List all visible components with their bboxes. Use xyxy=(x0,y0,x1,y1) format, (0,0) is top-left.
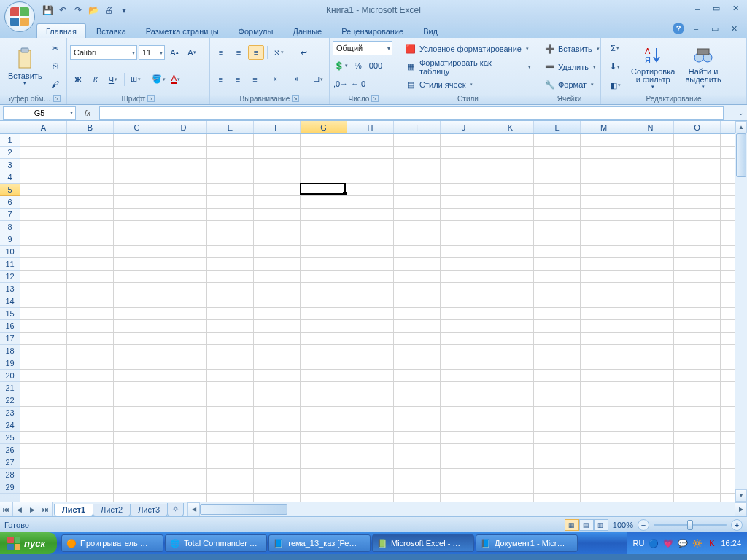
grow-font-button[interactable]: A▴ xyxy=(166,45,182,60)
scroll-up-button[interactable]: ▲ xyxy=(735,121,747,133)
sheet-nav-next[interactable]: ▶ xyxy=(26,502,39,516)
column-header-N[interactable]: N xyxy=(627,121,674,133)
vscroll-thumb[interactable] xyxy=(736,133,746,177)
active-cell[interactable] xyxy=(300,183,346,195)
column-header-F[interactable]: F xyxy=(254,121,301,133)
wrap-text-button[interactable]: ↩ xyxy=(295,45,311,60)
increase-indent-button[interactable]: ⇥ xyxy=(286,72,301,87)
row-header-10[interactable]: 10 xyxy=(0,246,20,258)
minimize-button[interactable]: – xyxy=(690,3,705,14)
row-header-27[interactable]: 27 xyxy=(0,456,20,469)
row-header-14[interactable]: 14 xyxy=(0,295,20,308)
view-normal-button[interactable]: ▦ xyxy=(565,519,579,531)
font-color-button[interactable]: A xyxy=(168,72,184,87)
help-button[interactable]: ? xyxy=(673,23,684,34)
percent-button[interactable]: % xyxy=(350,58,366,73)
taskbar-item[interactable]: 📗Microsoft Excel - … xyxy=(372,534,474,552)
qat-redo[interactable]: ↷ xyxy=(71,4,85,17)
clipboard-dialog-launcher[interactable]: ↘ xyxy=(53,95,61,102)
doc-close-button[interactable]: ✕ xyxy=(727,23,741,34)
row-header-11[interactable]: 11 xyxy=(0,258,20,271)
row-header-22[interactable]: 22 xyxy=(0,394,20,407)
qat-undo[interactable]: ↶ xyxy=(56,4,69,17)
row-header-28[interactable]: 28 xyxy=(0,469,20,481)
row-header-16[interactable]: 16 xyxy=(0,320,20,332)
italic-button[interactable]: К xyxy=(88,72,104,87)
taskbar-item[interactable]: 📘Документ1 - Micr… xyxy=(476,534,578,552)
align-middle-button[interactable]: ≡ xyxy=(231,45,247,60)
taskbar-item[interactable]: 📘тема_13_каз [Ре… xyxy=(268,534,371,552)
fill-handle[interactable] xyxy=(343,192,347,195)
expand-formula-bar[interactable]: ⌄ xyxy=(735,106,747,120)
start-button[interactable]: пуск xyxy=(0,532,57,554)
bold-button[interactable]: Ж xyxy=(70,72,86,87)
row-header-20[interactable]: 20 xyxy=(0,370,20,382)
column-header-C[interactable]: C xyxy=(114,121,160,133)
scroll-right-button[interactable]: ▶ xyxy=(735,502,747,516)
row-header-9[interactable]: 9 xyxy=(0,233,20,246)
align-right-button[interactable]: ≡ xyxy=(247,72,263,87)
sheet-tab-1[interactable]: Лист1 xyxy=(54,504,93,516)
merge-center-button[interactable]: ⊟ xyxy=(311,72,326,87)
maximize-button[interactable]: ▭ xyxy=(709,3,724,14)
name-box[interactable]: G5 xyxy=(3,106,76,120)
row-header-25[interactable]: 25 xyxy=(0,432,20,444)
row-header-13[interactable]: 13 xyxy=(0,283,20,295)
cell-styles-button[interactable]: ▤Стили ячеек xyxy=(401,77,535,93)
fill-button[interactable]: ⬇ xyxy=(604,60,626,74)
doc-restore-button[interactable]: ▭ xyxy=(708,23,722,34)
clear-button[interactable]: ◧ xyxy=(604,78,626,93)
qat-save[interactable]: 💾 xyxy=(41,4,54,17)
sheet-tab-3[interactable]: Лист3 xyxy=(130,504,168,516)
sort-filter-button[interactable]: AЯ Сортировка и фильтр▾ xyxy=(626,39,680,93)
number-format-combo[interactable]: Общий xyxy=(333,41,392,55)
sheet-nav-first[interactable]: ⏮ xyxy=(0,502,13,516)
clock[interactable]: 16:24 xyxy=(721,539,741,548)
paste-button[interactable]: Вставить ▾ xyxy=(3,39,47,93)
cut-button[interactable]: ✂ xyxy=(47,41,63,55)
tray-icon-3[interactable]: 💬 xyxy=(677,538,688,549)
close-button[interactable]: ✕ xyxy=(728,3,743,14)
tab-view[interactable]: Вид xyxy=(414,23,447,38)
horizontal-scrollbar[interactable]: ◀ ▶ xyxy=(187,502,747,516)
column-header-A[interactable]: A xyxy=(20,121,67,133)
sheet-nav-last[interactable]: ⏭ xyxy=(39,502,53,516)
font-size-combo[interactable]: 11 xyxy=(139,45,165,60)
tab-home[interactable]: Главная xyxy=(36,23,86,38)
row-header-5[interactable]: 5 xyxy=(0,184,20,196)
sheet-tab-new[interactable]: ✧ xyxy=(167,503,184,516)
column-header-L[interactable]: L xyxy=(534,121,581,133)
autosum-button[interactable]: Σ xyxy=(604,41,626,55)
column-header-E[interactable]: E xyxy=(207,121,254,133)
format-as-table-button[interactable]: ▦Форматировать как таблицу xyxy=(401,59,535,75)
column-header-J[interactable]: J xyxy=(441,121,487,133)
column-header-O[interactable]: O xyxy=(674,121,721,133)
conditional-formatting-button[interactable]: 🟥Условное форматирование xyxy=(401,41,535,57)
tray-icon-4[interactable]: 🔆 xyxy=(692,538,703,549)
decrease-decimal-button[interactable]: ←,0 xyxy=(350,77,366,91)
doc-minimize-button[interactable]: – xyxy=(689,23,703,34)
comma-button[interactable]: 000 xyxy=(368,58,384,73)
sheet-tab-2[interactable]: Лист2 xyxy=(93,504,131,516)
insert-function-button[interactable]: fx xyxy=(80,106,95,120)
row-header-15[interactable]: 15 xyxy=(0,308,20,320)
fill-color-button[interactable]: 🪣 xyxy=(150,72,166,87)
qat-open[interactable]: 📂 xyxy=(87,4,100,17)
orientation-button[interactable]: ⤭ xyxy=(271,45,287,60)
format-cells-button[interactable]: 🔧Формат xyxy=(541,77,597,93)
zoom-out-button[interactable]: − xyxy=(638,519,649,531)
row-header-7[interactable]: 7 xyxy=(0,209,20,221)
row-header-17[interactable]: 17 xyxy=(0,332,20,345)
increase-decimal-button[interactable]: ,0→ xyxy=(333,77,349,91)
copy-button[interactable]: ⎘ xyxy=(47,58,63,73)
font-dialog-launcher[interactable]: ↘ xyxy=(147,95,155,102)
row-header-3[interactable]: 3 xyxy=(0,159,20,171)
scroll-left-button[interactable]: ◀ xyxy=(187,502,200,516)
tab-insert[interactable]: Вставка xyxy=(87,23,136,38)
row-header-29[interactable]: 29 xyxy=(0,481,20,494)
align-center-button[interactable]: ≡ xyxy=(230,72,245,87)
qat-customize[interactable]: ▾ xyxy=(117,4,131,17)
select-all-corner[interactable] xyxy=(0,121,20,134)
hscroll-thumb[interactable] xyxy=(200,504,287,515)
row-header-4[interactable]: 4 xyxy=(0,171,20,184)
